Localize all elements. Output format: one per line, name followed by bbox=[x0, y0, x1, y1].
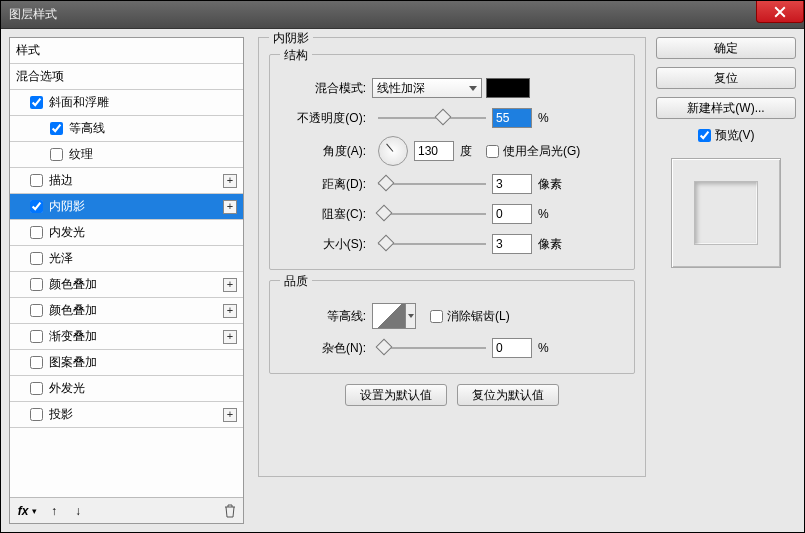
choke-label: 阻塞(C): bbox=[280, 206, 372, 223]
style-checkbox-bevel[interactable] bbox=[30, 96, 43, 109]
angle-dial[interactable] bbox=[378, 136, 408, 166]
style-row-stroke[interactable]: 描边+ bbox=[10, 168, 243, 194]
move-up-icon[interactable]: ↑ bbox=[47, 504, 61, 518]
size-unit: 像素 bbox=[538, 236, 562, 253]
distance-input[interactable] bbox=[492, 174, 532, 194]
fx-icon[interactable]: fx bbox=[16, 504, 30, 518]
styles-footer: fx ▾ ↑ ↓ bbox=[10, 497, 243, 523]
style-label: 投影 bbox=[49, 406, 73, 423]
chevron-down-icon bbox=[469, 86, 477, 91]
trash-icon[interactable] bbox=[223, 504, 237, 518]
noise-unit: % bbox=[538, 341, 549, 355]
style-checkbox-color-overlay2[interactable] bbox=[30, 304, 43, 317]
move-down-icon[interactable]: ↓ bbox=[71, 504, 85, 518]
antialias-checkbox[interactable]: 消除锯齿(L) bbox=[430, 308, 510, 325]
blending-options-row[interactable]: 混合选项 bbox=[10, 64, 243, 90]
style-label: 图案叠加 bbox=[49, 354, 97, 371]
angle-unit: 度 bbox=[460, 143, 472, 160]
noise-slider[interactable] bbox=[378, 341, 486, 355]
choke-slider[interactable] bbox=[378, 207, 486, 221]
style-checkbox-contour[interactable] bbox=[50, 122, 63, 135]
style-row-color-overlay2[interactable]: 颜色叠加+ bbox=[10, 298, 243, 324]
structure-group: 结构 混合模式: 线性加深 不透明度(O): bbox=[269, 54, 635, 270]
styles-header[interactable]: 样式 bbox=[10, 38, 243, 64]
distance-slider[interactable] bbox=[378, 177, 486, 191]
style-checkbox-satin[interactable] bbox=[30, 252, 43, 265]
size-label: 大小(S): bbox=[280, 236, 372, 253]
angle-input[interactable] bbox=[414, 141, 454, 161]
global-light-checkbox[interactable]: 使用全局光(G) bbox=[486, 143, 580, 160]
add-effect-icon[interactable]: + bbox=[223, 174, 237, 188]
contour-label: 等高线: bbox=[280, 308, 372, 325]
preview-swatch bbox=[694, 181, 758, 245]
blend-mode-label: 混合模式: bbox=[280, 80, 372, 97]
add-effect-icon[interactable]: + bbox=[223, 330, 237, 344]
close-button[interactable] bbox=[756, 1, 804, 23]
style-row-inner-shadow[interactable]: 内阴影+ bbox=[10, 194, 243, 220]
style-checkbox-texture[interactable] bbox=[50, 148, 63, 161]
style-row-satin[interactable]: 光泽 bbox=[10, 246, 243, 272]
shadow-color-swatch[interactable] bbox=[486, 78, 530, 98]
opacity-label: 不透明度(O): bbox=[280, 110, 372, 127]
quality-group: 品质 等高线: 消除锯齿(L) bbox=[269, 280, 635, 374]
style-row-color-overlay[interactable]: 颜色叠加+ bbox=[10, 272, 243, 298]
style-row-bevel[interactable]: 斜面和浮雕 bbox=[10, 90, 243, 116]
add-effect-icon[interactable]: + bbox=[223, 278, 237, 292]
style-row-drop-shadow[interactable]: 投影+ bbox=[10, 402, 243, 428]
window-title: 图层样式 bbox=[9, 6, 57, 23]
choke-unit: % bbox=[538, 207, 549, 221]
style-label: 颜色叠加 bbox=[49, 302, 97, 319]
make-default-button[interactable]: 设置为默认值 bbox=[345, 384, 447, 406]
style-checkbox-outer-glow[interactable] bbox=[30, 382, 43, 395]
style-row-texture[interactable]: 纹理 bbox=[10, 142, 243, 168]
new-style-button[interactable]: 新建样式(W)... bbox=[656, 97, 796, 119]
style-row-gradient-overlay[interactable]: 渐变叠加+ bbox=[10, 324, 243, 350]
style-checkbox-drop-shadow[interactable] bbox=[30, 408, 43, 421]
size-input[interactable] bbox=[492, 234, 532, 254]
add-effect-icon[interactable]: + bbox=[223, 408, 237, 422]
chevron-down-icon bbox=[408, 314, 414, 318]
style-row-outer-glow[interactable]: 外发光 bbox=[10, 376, 243, 402]
reset-default-button[interactable]: 复位为默认值 bbox=[457, 384, 559, 406]
style-checkbox-gradient-overlay[interactable] bbox=[30, 330, 43, 343]
add-effect-icon[interactable]: + bbox=[223, 200, 237, 214]
antialias-input[interactable] bbox=[430, 310, 443, 323]
titlebar[interactable]: 图层样式 bbox=[1, 1, 804, 29]
contour-dropdown[interactable] bbox=[406, 303, 416, 329]
blend-mode-select[interactable]: 线性加深 bbox=[372, 78, 482, 98]
global-light-input[interactable] bbox=[486, 145, 499, 158]
structure-title: 结构 bbox=[280, 47, 312, 64]
style-checkbox-pattern-overlay[interactable] bbox=[30, 356, 43, 369]
style-checkbox-inner-shadow[interactable] bbox=[30, 200, 43, 213]
style-checkbox-stroke[interactable] bbox=[30, 174, 43, 187]
contour-picker[interactable] bbox=[372, 303, 406, 329]
noise-input[interactable] bbox=[492, 338, 532, 358]
close-icon bbox=[774, 6, 786, 18]
opacity-input[interactable] bbox=[492, 108, 532, 128]
style-label: 内发光 bbox=[49, 224, 85, 241]
styles-list: 样式 混合选项 斜面和浮雕等高线纹理描边+内阴影+内发光光泽颜色叠加+颜色叠加+… bbox=[10, 38, 243, 497]
add-effect-icon[interactable]: + bbox=[223, 304, 237, 318]
style-row-inner-glow[interactable]: 内发光 bbox=[10, 220, 243, 246]
style-label: 外发光 bbox=[49, 380, 85, 397]
effect-settings-panel: 内阴影 结构 混合模式: 线性加深 bbox=[254, 37, 646, 524]
distance-label: 距离(D): bbox=[280, 176, 372, 193]
style-label: 纹理 bbox=[69, 146, 93, 163]
opacity-unit: % bbox=[538, 111, 549, 125]
preview-input[interactable] bbox=[698, 129, 711, 142]
style-checkbox-color-overlay[interactable] bbox=[30, 278, 43, 291]
style-label: 渐变叠加 bbox=[49, 328, 97, 345]
style-label: 颜色叠加 bbox=[49, 276, 97, 293]
style-checkbox-inner-glow[interactable] bbox=[30, 226, 43, 239]
opacity-slider[interactable] bbox=[378, 111, 486, 125]
style-row-pattern-overlay[interactable]: 图案叠加 bbox=[10, 350, 243, 376]
size-slider[interactable] bbox=[378, 237, 486, 251]
styles-list-panel: 样式 混合选项 斜面和浮雕等高线纹理描边+内阴影+内发光光泽颜色叠加+颜色叠加+… bbox=[9, 37, 244, 524]
layer-style-dialog: 图层样式 样式 混合选项 斜面和浮雕等高线纹理描边+内阴影+内发光光泽颜色叠加+… bbox=[0, 0, 805, 533]
preview-checkbox[interactable]: 预览(V) bbox=[656, 127, 796, 144]
style-row-contour[interactable]: 等高线 bbox=[10, 116, 243, 142]
style-label: 内阴影 bbox=[49, 198, 85, 215]
ok-button[interactable]: 确定 bbox=[656, 37, 796, 59]
reset-button[interactable]: 复位 bbox=[656, 67, 796, 89]
choke-input[interactable] bbox=[492, 204, 532, 224]
